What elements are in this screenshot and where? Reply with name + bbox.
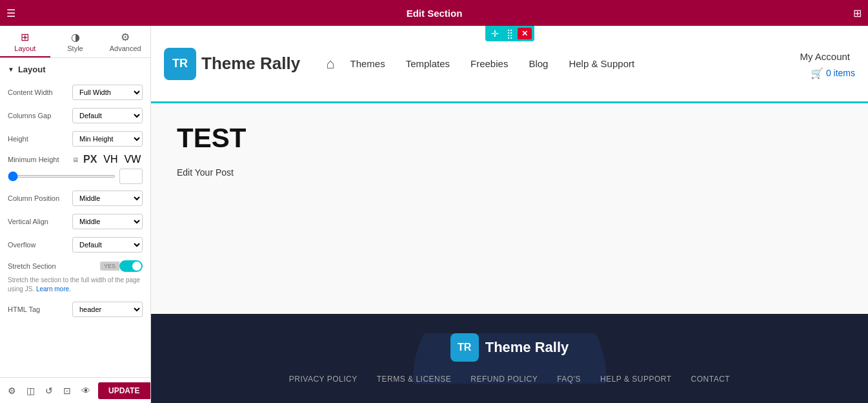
tab-advanced-label: Advanced	[110, 45, 141, 52]
html-tag-select[interactable]: header	[72, 302, 143, 317]
section-header-label: Layout	[18, 65, 46, 74]
section-header-layout[interactable]: ▼ Layout	[0, 58, 150, 81]
cart-count: 0 items	[826, 68, 855, 78]
section-toolbar: ✛ ⣿ ✕	[485, 26, 534, 41]
update-btn-group: UPDATE ▲	[98, 382, 151, 399]
logo-area: TR Theme Rally	[164, 48, 300, 80]
footer-link-faq[interactable]: FAQ'S	[557, 375, 581, 384]
html-tag-control: header	[72, 302, 143, 317]
top-bar-title: Edit Section	[15, 8, 853, 19]
column-position-field: Column Position Middle	[0, 187, 150, 210]
overflow-select[interactable]: Default	[72, 237, 143, 253]
height-label: Height	[8, 135, 72, 143]
vertical-align-label: Vertical Align	[8, 218, 72, 225]
unit-vh[interactable]: VH	[101, 153, 119, 166]
overflow-control: Default	[72, 237, 143, 253]
tab-style-label: Style	[67, 45, 83, 52]
content-width-field: Content Width Full Width	[0, 81, 150, 104]
logo-icon: TR	[164, 48, 196, 80]
settings-tool-icon[interactable]: ⚙	[5, 383, 19, 398]
section-move-button[interactable]: ✛	[488, 27, 502, 40]
toggle-yes-label: YES	[100, 262, 119, 271]
responsive-tool-icon[interactable]: ⊡	[61, 383, 74, 398]
footer-logo-area: TR Theme Rally	[164, 333, 855, 362]
layers-tool-icon[interactable]: ◫	[24, 383, 37, 398]
nav-help-support[interactable]: Help & Support	[563, 56, 640, 72]
footer-content: TR Theme Rally PRIVACY POLICY TERMS & LI…	[164, 333, 855, 384]
bottom-toolbar: ⚙ ◫ ↺ ⊡ 👁 UPDATE ▲	[0, 377, 150, 403]
home-nav-icon[interactable]: ⌂	[326, 56, 334, 72]
column-position-control: Middle	[72, 191, 143, 206]
height-field: Height Min Height	[0, 127, 150, 150]
vertical-align-control: Middle	[72, 214, 143, 229]
vertical-align-select[interactable]: Middle	[72, 214, 143, 229]
footer-logo-text: Theme Rally	[485, 339, 569, 356]
footer-link-privacy[interactable]: PRIVACY POLICY	[289, 375, 358, 384]
main-nav: ⌂ Themes Templates Freebies Blog Help & …	[326, 56, 794, 72]
cart-icon: 🛒	[811, 67, 823, 79]
nav-blog[interactable]: Blog	[523, 56, 553, 72]
tab-style[interactable]: ◑ Style	[50, 26, 101, 57]
nav-templates[interactable]: Templates	[401, 56, 455, 72]
toggle-switch[interactable]	[119, 260, 143, 272]
update-button[interactable]: UPDATE	[98, 382, 150, 399]
learn-more-link[interactable]: Learn more.	[36, 285, 71, 293]
tab-layout-label: Layout	[14, 45, 35, 52]
overflow-label: Overflow	[8, 241, 72, 249]
section-grid-button[interactable]: ⣿	[503, 27, 516, 40]
minimum-height-input[interactable]	[119, 169, 143, 184]
footer-logo-icon: TR	[450, 333, 479, 362]
footer-link-help[interactable]: HELP & SUPPORT	[600, 375, 672, 384]
overflow-field: Overflow Default	[0, 233, 150, 256]
preview-tool-icon[interactable]: 👁	[79, 383, 93, 398]
footer-inner: TR Theme Rally PRIVACY POLICY TERMS & LI…	[164, 333, 855, 384]
test-heading: TEST	[177, 123, 842, 154]
layout-icon: ⊞	[21, 31, 29, 43]
edit-post-link[interactable]: Edit Your Post	[177, 167, 234, 178]
nav-right: My Account 🛒 0 items	[794, 48, 855, 79]
footer-link-contact[interactable]: CONTACT	[691, 375, 731, 384]
stretch-section-label: Stretch Section	[8, 262, 100, 270]
footer-nav: PRIVACY POLICY TERMS & LICENSE REFUND PO…	[164, 375, 855, 384]
height-select[interactable]: Min Height	[72, 131, 143, 147]
content-area: ✛ ⣿ ✕ TR Theme Rally ⌂ Themes Templates …	[151, 26, 868, 403]
nav-my-account[interactable]: My Account	[794, 48, 855, 65]
tab-layout[interactable]: ⊞ Layout	[0, 26, 50, 57]
columns-gap-select[interactable]: Default	[72, 108, 143, 123]
columns-gap-control: Default	[72, 108, 143, 123]
top-bar: ☰ Edit Section ⊞	[0, 0, 868, 26]
nav-cart[interactable]: 🛒 0 items	[811, 67, 855, 79]
hamburger-icon[interactable]: ☰	[6, 7, 15, 19]
minimum-height-slider[interactable]	[8, 175, 116, 178]
section-close-button[interactable]: ✕	[518, 28, 532, 39]
content-width-select[interactable]: Full Width	[72, 85, 143, 100]
columns-gap-label: Columns Gap	[8, 112, 72, 119]
unit-px[interactable]: PX	[81, 153, 99, 166]
html-tag-label: HTML Tag	[8, 305, 72, 313]
content-width-label: Content Width	[8, 88, 72, 96]
minimum-height-label: Minimum Height	[8, 156, 72, 163]
history-tool-icon[interactable]: ↺	[43, 383, 56, 398]
vertical-align-field: Vertical Align Middle	[0, 210, 150, 233]
column-position-label: Column Position	[8, 194, 72, 202]
monitor-icon: 🖥	[72, 156, 79, 163]
logo-text: Theme Rally	[201, 54, 300, 74]
footer-link-terms[interactable]: TERMS & LICENSE	[377, 375, 452, 384]
nav-freebies[interactable]: Freebies	[465, 56, 513, 72]
html-tag-row: HTML Tag header	[0, 298, 150, 321]
tab-advanced[interactable]: ⚙ Advanced	[100, 26, 150, 57]
grid-icon[interactable]: ⊞	[853, 7, 862, 19]
site-footer: TR Theme Rally PRIVACY POLICY TERMS & LI…	[151, 314, 868, 403]
columns-gap-field: Columns Gap Default	[0, 104, 150, 127]
column-position-select[interactable]: Middle	[72, 191, 143, 206]
unit-vw[interactable]: VW	[123, 153, 143, 166]
stretch-section-toggle[interactable]: YES	[100, 260, 143, 272]
stretch-hint: Stretch the section to the full width of…	[0, 276, 150, 298]
main-layout: ⊞ Layout ◑ Style ⚙ Advanced ▼ Layout Con…	[0, 26, 868, 403]
advanced-icon: ⚙	[121, 31, 130, 43]
height-control: Min Height	[72, 131, 143, 147]
style-icon: ◑	[71, 31, 80, 43]
footer-link-refund[interactable]: REFUND POLICY	[470, 375, 538, 384]
page-content: TEST Edit Your Post	[151, 103, 868, 314]
nav-themes[interactable]: Themes	[345, 56, 390, 72]
